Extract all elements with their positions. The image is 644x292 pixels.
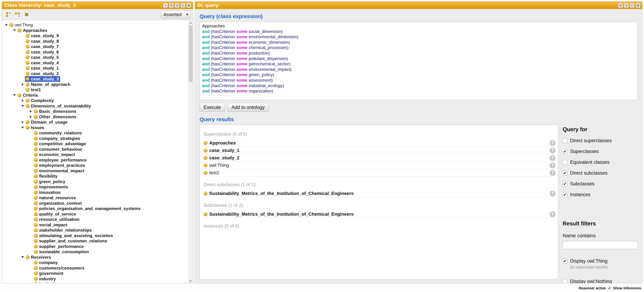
tree-item-approaches[interactable]: Approaches bbox=[2, 28, 188, 33]
tree-item-issues[interactable]: Issues bbox=[2, 125, 188, 131]
tree-item-consumer-behaviour[interactable]: consumer_behaviour bbox=[2, 147, 188, 152]
hierarchy-view-dropdown[interactable]: Asserted ▼ bbox=[161, 11, 191, 19]
tree-item-supplier-and-customer-relations[interactable]: supplier_and_customer_relations bbox=[2, 238, 188, 244]
tree-item-owl-thing[interactable]: owl:Thing bbox=[2, 22, 188, 28]
float-panel-icon[interactable]: ⊞ bbox=[618, 3, 623, 8]
maximize-panel-icon[interactable]: ⊡ bbox=[180, 3, 185, 8]
tree-item-customers-consumers[interactable]: customers/consumers bbox=[2, 265, 188, 271]
expand-arrow-icon[interactable] bbox=[28, 110, 33, 113]
panel-menu-icon[interactable]: ≡ bbox=[163, 3, 168, 8]
collapse-arrow-icon[interactable] bbox=[20, 127, 25, 129]
result-row-approaches[interactable]: Approaches? bbox=[204, 139, 556, 147]
tree-vertical-scrollbar[interactable]: ▲ ▼ bbox=[188, 20, 193, 283]
expand-arrow-icon[interactable] bbox=[28, 115, 33, 118]
result-row-sustainability-metrics-of-the-institution-of-chemical-engineers[interactable]: Sustainability_Metrics_of_the_Institutio… bbox=[204, 190, 556, 197]
checkbox-direct-subclasses[interactable]: ✔ bbox=[563, 171, 568, 175]
tree-item-stimulating-and-assisting-societies[interactable]: stimulating_and_assisting_societies bbox=[2, 233, 188, 238]
collapse-arrow-icon[interactable] bbox=[12, 94, 17, 96]
close-panel-icon[interactable]: ⊠ bbox=[636, 3, 640, 8]
tree-item-criteria[interactable]: Criteria bbox=[2, 93, 188, 98]
tree-item-social-impact[interactable]: social_impact bbox=[2, 222, 188, 228]
tree-item-government[interactable]: government bbox=[2, 271, 188, 276]
tree-item-employee-performance[interactable]: employee_performance bbox=[2, 157, 188, 163]
delete-class-button[interactable] bbox=[22, 11, 30, 19]
checkbox-equivalent-classes[interactable] bbox=[563, 160, 568, 165]
checkbox-instances[interactable]: ✔ bbox=[563, 192, 568, 197]
tree-item-case-study-3[interactable]: case_study_3 bbox=[2, 76, 188, 82]
name-contains-input[interactable] bbox=[563, 241, 638, 249]
tree-item-dimensions-of-sustainability[interactable]: Dimensions_of_sustainability bbox=[2, 103, 188, 109]
add-to-ontology-button[interactable]: Add to ontology bbox=[228, 103, 269, 112]
tree-item-green-policy[interactable]: green_policy bbox=[2, 179, 188, 184]
result-row-case-study-1[interactable]: case_study_1? bbox=[204, 147, 556, 154]
tree-item-case-study-2[interactable]: case_study_2 bbox=[2, 71, 188, 77]
tree-item-institution[interactable]: institution bbox=[2, 281, 188, 283]
tree-item-other-dimensions[interactable]: Other_dimensions bbox=[2, 114, 188, 120]
scroll-up-icon[interactable]: ▲ bbox=[188, 20, 193, 25]
add-sibling-class-button[interactable] bbox=[13, 11, 22, 19]
minimize-panel-icon[interactable]: ⊟ bbox=[175, 3, 180, 8]
checkbox-subclasses[interactable]: ✔ bbox=[563, 181, 568, 186]
tree-item-company[interactable]: company bbox=[2, 260, 188, 265]
tree-item-complexity[interactable]: Complexity bbox=[2, 98, 188, 103]
tree-item-organization-context[interactable]: organization_context bbox=[2, 201, 188, 206]
tree-item-case-study-5[interactable]: case_study_5 bbox=[2, 55, 188, 60]
tree-item-case-study-6[interactable]: case_study_6 bbox=[2, 49, 188, 55]
tree-item-competitive-advantage[interactable]: competitive_advantage bbox=[2, 141, 188, 147]
tree-item-innovation[interactable]: innovation bbox=[2, 190, 188, 195]
checkbox-direct-superclasses[interactable] bbox=[563, 138, 568, 143]
tree-item-name-of-approach[interactable]: Name_of_approach bbox=[2, 82, 188, 87]
scroll-down-icon[interactable]: ▼ bbox=[188, 278, 193, 283]
add-subclass-button[interactable] bbox=[4, 11, 12, 19]
expand-arrow-icon[interactable] bbox=[20, 121, 25, 124]
tree-item-economic-impact[interactable]: economic_impact bbox=[2, 152, 188, 157]
result-row-test1[interactable]: test1? bbox=[204, 169, 556, 177]
close-panel-icon[interactable]: ⊠ bbox=[186, 3, 191, 8]
collapse-arrow-icon[interactable] bbox=[20, 256, 25, 258]
tree-item-case-study-1[interactable]: case_study_1 bbox=[2, 66, 188, 71]
tree-item-case-study-8[interactable]: case_study_8 bbox=[2, 39, 188, 44]
tree-item-natural-resources[interactable]: natural_resources bbox=[2, 195, 188, 201]
tree-item-employment-practices[interactable]: employment_practices bbox=[2, 163, 188, 168]
result-row-sustainability-metrics-of-the-institution-of-chemical-engineers[interactable]: Sustainability_Metrics_of_the_Institutio… bbox=[204, 210, 556, 218]
tree-item-environmental-impact[interactable]: environmental_impact bbox=[2, 168, 188, 174]
show-inferences-checkbox[interactable]: ✔ bbox=[608, 286, 611, 290]
tree-item-resource-utilisation[interactable]: resource_utilisation bbox=[2, 217, 188, 222]
execute-button[interactable]: Execute bbox=[200, 103, 225, 112]
expand-arrow-icon[interactable] bbox=[20, 99, 25, 102]
tree-item-test1[interactable]: test1 bbox=[2, 87, 188, 93]
result-row-case-study-2[interactable]: case_study_2? bbox=[204, 154, 556, 162]
minimize-panel-icon[interactable]: ⊟ bbox=[624, 3, 629, 8]
tree-item-receivers[interactable]: Receivers bbox=[2, 255, 188, 260]
tree-item-sustaiable-consumption[interactable]: sustaiable_consumption bbox=[2, 249, 188, 255]
tree-item-flexibility[interactable]: flexibility bbox=[2, 174, 188, 179]
tree-item-industry[interactable]: industry bbox=[2, 276, 188, 282]
tree-item-improvements[interactable]: improvements bbox=[2, 184, 188, 190]
tree-item-stakeholder-relationships[interactable]: stakeholder_relationships bbox=[2, 227, 188, 233]
tree-item-company-strategies[interactable]: company_strategies bbox=[2, 136, 188, 141]
checkbox-display-owl-nothing[interactable] bbox=[563, 279, 568, 283]
collapse-arrow-icon[interactable] bbox=[4, 24, 9, 26]
tree-item-case-study-7[interactable]: case_study_7 bbox=[2, 44, 188, 49]
maximize-panel-icon[interactable]: ⊡ bbox=[630, 3, 635, 8]
scrollbar-thumb[interactable] bbox=[189, 26, 192, 82]
explain-icon[interactable]: ? bbox=[550, 140, 556, 146]
tree-item-policies-organisation-and-management-systems[interactable]: policies_organisation_and_management_sys… bbox=[2, 206, 188, 211]
tree-item-community-relations[interactable]: community_relations bbox=[2, 130, 188, 136]
collapse-arrow-icon[interactable] bbox=[20, 105, 25, 107]
explain-icon[interactable]: ? bbox=[550, 190, 556, 197]
tree-item-domain-of-usage[interactable]: Domain_of_usage bbox=[2, 120, 188, 125]
tree-item-case-study-4[interactable]: case_study_4 bbox=[2, 60, 188, 66]
tree-item-quality-of-service[interactable]: quality_of_service bbox=[2, 211, 188, 217]
float-panel-icon[interactable]: ⊞ bbox=[169, 3, 174, 8]
explain-icon[interactable]: ? bbox=[550, 211, 556, 217]
explain-icon[interactable]: ? bbox=[550, 155, 556, 161]
collapse-arrow-icon[interactable] bbox=[12, 29, 17, 31]
explain-icon[interactable]: ? bbox=[550, 148, 556, 154]
explain-icon[interactable]: ? bbox=[550, 170, 556, 176]
expand-arrow-icon[interactable] bbox=[20, 83, 25, 86]
query-expression-editor[interactable]: Approachesand (hasCriterion some social_… bbox=[200, 22, 638, 100]
tree-item-case-study-9[interactable]: case_study_9 bbox=[2, 33, 188, 39]
explain-icon[interactable]: ? bbox=[550, 162, 556, 168]
tree-item-supplier-performance[interactable]: supplier_performance bbox=[2, 244, 188, 249]
